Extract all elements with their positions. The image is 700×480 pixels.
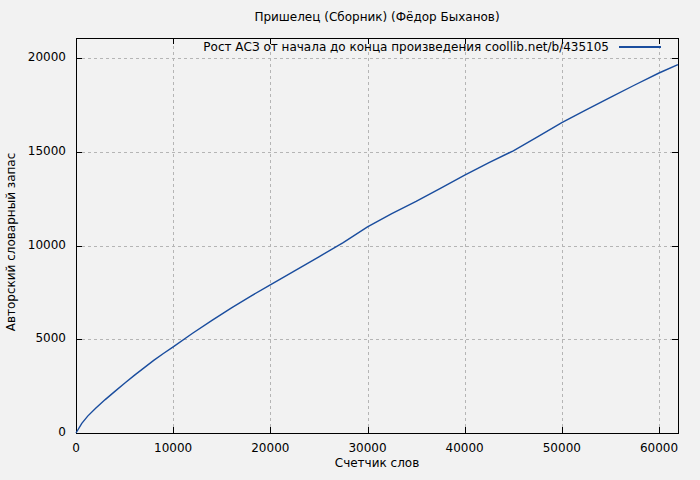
legend-line-sample — [619, 46, 661, 48]
plot-area — [0, 0, 700, 480]
x-tick-label: 30000 — [348, 441, 386, 455]
series-line — [76, 65, 678, 433]
legend: Рост АСЗ от начала до конца произведения… — [203, 40, 661, 54]
x-tick-label: 50000 — [543, 441, 581, 455]
x-tick-label: 40000 — [446, 441, 484, 455]
y-tick-label: 5000 — [0, 331, 66, 345]
x-axis-label: Счетчик слов — [76, 456, 678, 470]
legend-label: Рост АСЗ от начала до конца произведения… — [203, 40, 609, 54]
y-axis-label: Авторский словарный запас — [4, 153, 18, 332]
y-tick-label: 20000 — [0, 50, 66, 64]
x-tick-label: 60000 — [640, 441, 678, 455]
y-tick-label: 0 — [0, 425, 66, 439]
plot-border — [77, 39, 679, 434]
x-tick-label: 10000 — [154, 441, 192, 455]
x-tick-label: 0 — [72, 441, 80, 455]
chart-figure: Пришелец (Сборник) (Фёдор Быханов) Рост … — [0, 0, 700, 480]
x-tick-label: 20000 — [251, 441, 289, 455]
